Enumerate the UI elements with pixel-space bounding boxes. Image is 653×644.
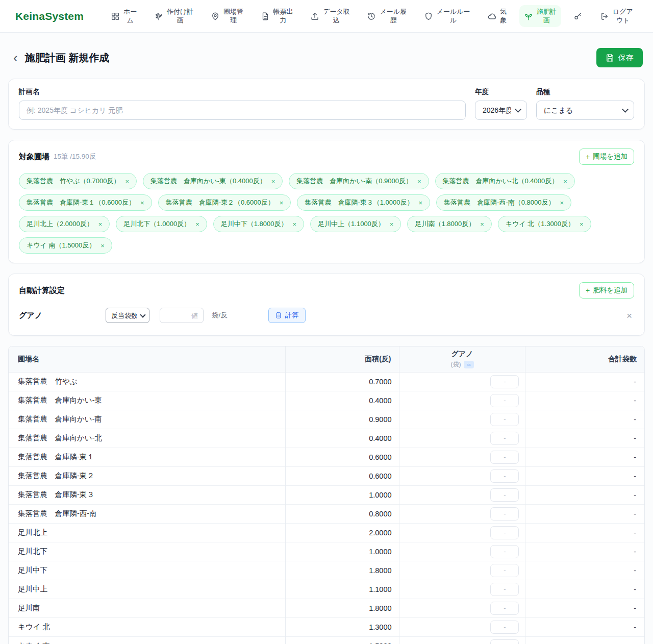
field-name-cell: 集落営農 竹やぶ (9, 372, 285, 391)
nav-item-pin[interactable]: 圃場管 理 (206, 5, 248, 28)
nav-item-cloud[interactable]: 気 象 (483, 5, 511, 28)
remove-fertilizer-icon[interactable]: × (626, 311, 634, 320)
add-fertilizer-button[interactable]: + 肥料を追加 (579, 282, 634, 299)
field-chip-label: 集落営農 倉庫隣-東３（1.0000反） (305, 198, 413, 207)
nav-item-grid[interactable]: ホー ム (106, 5, 141, 28)
page-content: ‹ 施肥計画 新規作成 保存 計画名 年度 2026年度 (0, 48, 653, 644)
nav-item-logout[interactable]: ログア ウト (595, 5, 638, 28)
nav-item-sprout[interactable]: 施肥計 画 (519, 5, 561, 28)
chip-remove-icon[interactable]: × (98, 220, 103, 228)
sprout-icon (524, 12, 533, 21)
calc-value-input[interactable] (160, 308, 204, 323)
nav-item-wheat[interactable]: 作付け計 画 (149, 5, 198, 28)
calc-method-select[interactable]: 反当袋数 (106, 308, 149, 323)
file-icon (261, 12, 270, 21)
area-cell: 2.0000 (285, 523, 399, 542)
nav-item-history[interactable]: メール履 歴 (362, 5, 411, 28)
field-chip-label: キウイ 北（1.3000反） (506, 219, 574, 229)
chip-remove-icon[interactable]: × (292, 220, 296, 228)
field-name-cell: 足川北下 (9, 542, 285, 561)
total-bags-cell: - (525, 372, 644, 391)
app-logo[interactable]: KeinaSystem (15, 10, 84, 22)
nav-item-key[interactable] (569, 9, 587, 23)
total-bags-cell: - (525, 580, 644, 599)
field-chip: 足川南（1.8000反）× (407, 216, 491, 232)
fertilizer-cell (399, 599, 525, 617)
year-select[interactable]: 2026年度 (475, 101, 527, 120)
total-bags-cell: - (525, 410, 644, 429)
chip-remove-icon[interactable]: × (101, 242, 105, 250)
chip-remove-icon[interactable]: × (271, 178, 275, 185)
fertilizer-cell (399, 542, 525, 561)
history-icon (367, 12, 376, 21)
plan-name-field-group: 計画名 (19, 87, 466, 120)
variety-label: 品種 (536, 87, 634, 96)
fertilizer-amount-input[interactable] (490, 602, 519, 615)
app-header: KeinaSystem ホー ム作付け計 画圃場管 理帳票出 力データ取 込メー… (0, 0, 653, 33)
fertilizer-amount-input[interactable] (490, 526, 519, 539)
nav-item-label: 気 象 (500, 8, 507, 25)
chip-remove-icon[interactable]: × (418, 199, 422, 207)
chip-remove-icon[interactable]: × (480, 220, 484, 228)
fertilizer-amount-input[interactable] (490, 621, 519, 634)
back-button[interactable]: ‹ (13, 51, 18, 64)
plan-name-input[interactable] (19, 101, 466, 120)
total-bags-cell: - (525, 523, 644, 542)
save-button[interactable]: 保存 (596, 48, 643, 67)
fertilizer-amount-input[interactable] (490, 583, 519, 596)
calculate-button[interactable]: 計算 (268, 308, 306, 323)
fertilizer-amount-input[interactable] (490, 639, 519, 644)
page-title: 施肥計画 新規作成 (25, 51, 110, 65)
year-label: 年度 (475, 87, 527, 96)
fertilizer-amount-input[interactable] (490, 545, 519, 558)
chip-remove-icon[interactable]: × (140, 199, 144, 207)
nav-item-label: 帳票出 力 (273, 8, 293, 25)
fertilizer-cell (399, 372, 525, 391)
add-field-button[interactable]: + 圃場を追加 (579, 148, 634, 165)
area-cell: 1.8000 (285, 599, 399, 617)
table-row: 集落営農 倉庫隣-東１0.6000- (9, 448, 644, 466)
fertilizer-amount-input[interactable] (490, 375, 519, 388)
fertilizer-amount-input[interactable] (490, 564, 519, 577)
nav-item-file[interactable]: 帳票出 力 (256, 5, 298, 28)
nav-item-label: 圃場管 理 (223, 8, 243, 25)
chip-remove-icon[interactable]: × (417, 178, 421, 185)
nav-item-upload[interactable]: データ取 込 (306, 5, 355, 28)
chip-remove-icon[interactable]: × (390, 220, 394, 228)
chip-remove-icon[interactable]: × (195, 220, 199, 228)
fertilizer-cell (399, 448, 525, 466)
total-bags-cell: - (525, 391, 644, 410)
fertilizer-cell (399, 523, 525, 542)
variety-select[interactable]: にこまる (536, 101, 634, 120)
chip-remove-icon[interactable]: × (560, 199, 564, 207)
field-chip-label: 足川中上（1.1000反） (318, 219, 385, 229)
calculate-button-label: 計算 (285, 311, 299, 320)
col-header-field-name: 圃場名 (9, 346, 285, 372)
fertilizer-column-title: グアノ (399, 350, 525, 359)
field-chip: 集落営農 倉庫隣-東３（1.0000反）× (297, 194, 430, 211)
field-chip: キウイ 北（1.3000反）× (498, 216, 591, 232)
fertilizer-amount-input[interactable] (490, 451, 519, 464)
logout-icon (600, 12, 609, 21)
approx-badge: ≃ (464, 361, 473, 368)
chip-remove-icon[interactable]: × (125, 178, 129, 185)
field-name-cell: 集落営農 倉庫向かい-東 (9, 391, 285, 410)
fertilizer-amount-input[interactable] (490, 394, 519, 407)
area-cell: 1.3000 (285, 617, 399, 636)
fertilizer-amount-input[interactable] (490, 488, 519, 502)
fertilizer-amount-input[interactable] (490, 469, 519, 483)
chip-remove-icon[interactable]: × (563, 178, 567, 185)
field-name-cell: 集落営農 倉庫向かい-南 (9, 410, 285, 429)
nav-item-shield[interactable]: メールルー ル (419, 5, 475, 28)
chip-remove-icon[interactable]: × (580, 220, 584, 228)
fertilizer-amount-input[interactable] (490, 432, 519, 445)
field-chip: 集落営農 倉庫向かい-北（0.4000反）× (435, 173, 575, 189)
field-chip-label: 足川北下（1.0000反） (123, 219, 190, 229)
field-chip: 集落営農 倉庫向かい-東（0.4000反）× (143, 173, 283, 189)
fertilizer-amount-input[interactable] (490, 507, 519, 521)
fertilizer-amount-input[interactable] (490, 413, 519, 426)
calc-unit-label: 袋/反 (212, 311, 228, 320)
chip-remove-icon[interactable]: × (280, 199, 284, 207)
table-row: 足川中下1.8000- (9, 561, 644, 580)
fertilizer-cell (399, 636, 525, 644)
